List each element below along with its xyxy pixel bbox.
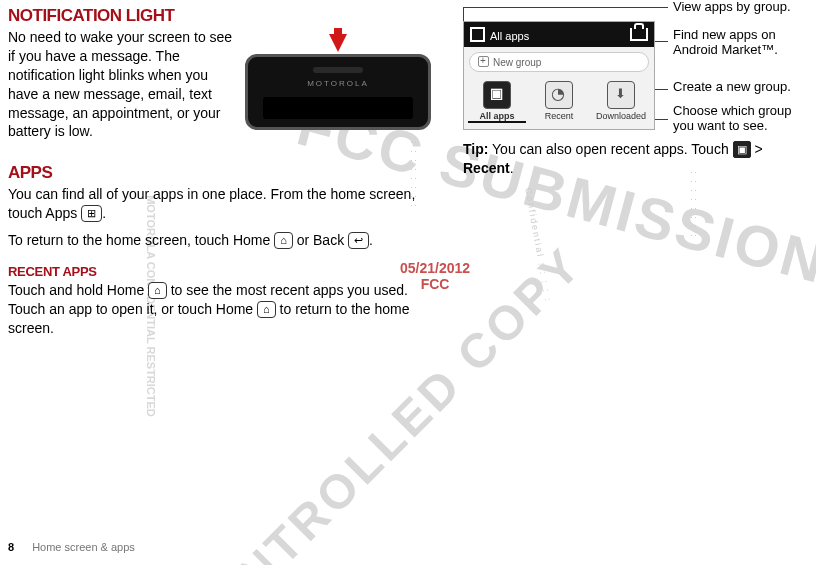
leader-line bbox=[653, 89, 668, 90]
text: or Back bbox=[293, 232, 348, 248]
recent-icon bbox=[545, 81, 573, 109]
watermark-dots: Confidential : : : : : bbox=[523, 187, 553, 304]
back-key-icon bbox=[348, 232, 369, 249]
all-apps-icon bbox=[483, 81, 511, 109]
phone-screen-strip bbox=[263, 97, 413, 119]
paragraph-recent-apps: Touch and hold Home to see the most rece… bbox=[8, 281, 448, 338]
heading-recent-apps: RECENT APPS bbox=[8, 264, 448, 279]
apps-panel-header[interactable]: All apps bbox=[464, 22, 654, 47]
downloaded-icon bbox=[607, 81, 635, 109]
tip-label: Tip: bbox=[463, 141, 488, 157]
apps-panel-title-text: All apps bbox=[490, 30, 529, 42]
tile-label: Downloaded bbox=[596, 111, 646, 121]
text: . bbox=[510, 160, 514, 176]
leader-line bbox=[653, 119, 668, 120]
footer-section: Home screen & apps bbox=[32, 541, 135, 553]
apps-grid-icon bbox=[81, 205, 102, 222]
leader-line bbox=[463, 7, 668, 8]
text: To return to the home screen, touch Home bbox=[8, 232, 274, 248]
home-key-icon bbox=[257, 301, 276, 318]
tip-paragraph: Tip: You can also open recent apps. Touc… bbox=[463, 140, 808, 178]
tip-recent-bold: Recent bbox=[463, 160, 510, 176]
plus-icon bbox=[478, 56, 489, 67]
tile-label: All apps bbox=[479, 111, 514, 121]
text: Touch and hold Home bbox=[8, 282, 148, 298]
heading-notification-light: NOTIFICATION LIGHT bbox=[8, 6, 448, 26]
annotation-choose-group: Choose which group you want to see. bbox=[673, 103, 813, 133]
annotation-view-group: View apps by group. bbox=[673, 0, 791, 14]
new-group-label: New group bbox=[493, 57, 541, 68]
leader-line bbox=[653, 41, 668, 42]
grid-icon bbox=[470, 27, 485, 42]
market-icon[interactable] bbox=[630, 28, 648, 41]
text: You can also open recent apps. Touch bbox=[488, 141, 732, 157]
page-footer: 8Home screen & apps bbox=[8, 541, 135, 553]
phone-speaker bbox=[313, 67, 363, 73]
text: > bbox=[751, 141, 763, 157]
phone-illustration: MOTOROLA bbox=[243, 34, 433, 130]
tile-all-apps[interactable]: All apps bbox=[468, 81, 526, 123]
phone-body: MOTOROLA bbox=[245, 54, 431, 130]
recent-key-icon bbox=[733, 141, 751, 158]
text: . bbox=[102, 205, 106, 221]
tile-downloaded[interactable]: Downloaded bbox=[592, 81, 650, 123]
annotation-find-new: Find new apps on Android Market™. bbox=[673, 27, 813, 57]
apps-panel: All apps New group All apps Recent bbox=[463, 21, 655, 130]
phone-brand-label: MOTOROLA bbox=[307, 79, 369, 88]
home-key-icon bbox=[148, 282, 167, 299]
tile-label: Recent bbox=[545, 111, 574, 121]
annotation-create-group: Create a new group. bbox=[673, 79, 791, 94]
paragraph-apps-2: To return to the home screen, touch Home… bbox=[8, 231, 448, 250]
text: You can find all of your apps in one pla… bbox=[8, 186, 415, 221]
paragraph-notification-light: No need to wake your screen to see if yo… bbox=[8, 28, 233, 141]
new-group-button[interactable]: New group bbox=[469, 52, 649, 72]
apps-ui-diagram: View apps by group. Find new apps on And… bbox=[463, 21, 808, 130]
arrow-down-icon bbox=[329, 34, 347, 52]
tile-recent[interactable]: Recent bbox=[530, 81, 588, 123]
page-number: 8 bbox=[8, 541, 14, 553]
paragraph-apps-1: You can find all of your apps in one pla… bbox=[8, 185, 448, 223]
group-tiles: All apps Recent Downloaded bbox=[464, 77, 654, 129]
home-key-icon bbox=[274, 232, 293, 249]
heading-apps: APPS bbox=[8, 163, 448, 183]
text: . bbox=[369, 232, 373, 248]
apps-panel-title: All apps bbox=[470, 27, 529, 42]
